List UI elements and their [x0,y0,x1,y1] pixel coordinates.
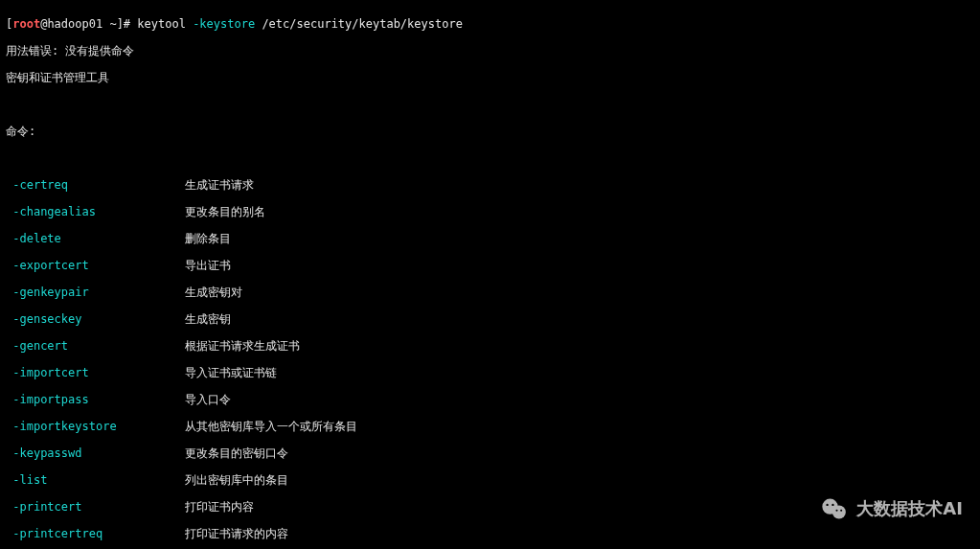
cmd-name: -gencert [12,339,185,353]
cmd-name: -changealias [12,205,185,218]
cmd-row: -genseckey生成密钥 [6,312,974,326]
prompt-user: root [12,17,40,31]
prompt-end: ]# [117,17,138,31]
cmd-name: -keypasswd [12,446,185,460]
cmd-name: -genseckey [12,312,185,326]
blank [6,98,974,111]
cmd-name: -genkeypair [12,286,185,299]
cmd-desc: 列出密钥库中的条目 [185,473,288,487]
prompt-cwd: ~ [109,17,116,31]
cmd-row: -delete删除条目 [6,232,974,245]
cmd-row: -genkeypair生成密钥对 [6,286,974,299]
cmd-desc: 删除条目 [185,232,231,245]
cmd-row: -gencert根据证书请求生成证书 [6,339,974,353]
cmd-desc: 根据证书请求生成证书 [185,339,300,353]
cmd-name: -importkeystore [12,420,185,433]
cmd-row: -certreq生成证书请求 [6,178,974,192]
tool-title: 密钥和证书管理工具 [6,71,974,84]
cmd-row: -importkeystore从其他密钥库导入一个或所有条目 [6,420,974,433]
cmd-name: -importpass [12,393,185,406]
cmd-row: -printcert打印证书内容 [6,500,974,514]
cmd-name: -printcert [12,500,185,514]
cmd-desc: 更改条目的别名 [185,205,265,218]
cmd-name: -list [12,473,185,487]
cmd-row: -exportcert导出证书 [6,259,974,272]
cmd-desc: 生成密钥 [185,312,231,326]
flag-keystore: -keystore [193,17,255,31]
cmd-name: -delete [12,232,185,245]
cmd-name: -exportcert [12,259,185,272]
cmd-desc: 打印证书请求的内容 [185,527,288,540]
cmd-row: -printcertreq打印证书请求的内容 [6,527,974,540]
cmd-name: -certreq [12,178,185,192]
usage-error: 用法错误: 没有提供命令 [6,44,974,57]
cmd-desc: 生成证书请求 [185,178,254,192]
cmd-row: -changealias更改条目的别名 [6,205,974,218]
cmd-desc: 导入证书或证书链 [185,366,277,379]
cmd-row: -importcert导入证书或证书链 [6,366,974,379]
cmd-desc: 导出证书 [185,259,231,272]
cmd-keytool: keytool [137,17,193,31]
cmd-desc: 从其他密钥库导入一个或所有条目 [185,420,357,433]
commands-header: 命令: [6,125,974,138]
cmd-name: -importcert [12,366,185,379]
prompt-line-1[interactable]: [root@hadoop01 ~]# keytool -keystore /et… [6,17,974,31]
arg-path: /etc/security/keytab/keystore [255,17,463,31]
prompt-host: hadoop01 [47,17,103,31]
terminal-output: [root@hadoop01 ~]# keytool -keystore /et… [0,0,980,549]
cmd-desc: 导入口令 [185,393,231,406]
cmd-desc: 打印证书内容 [185,500,254,514]
cmd-desc: 更改条目的密钥口令 [185,446,288,460]
cmd-row: -list列出密钥库中的条目 [6,473,974,487]
cmd-row: -importpass导入口令 [6,393,974,406]
cmd-name: -printcertreq [12,527,185,540]
blank [6,151,974,165]
cmd-desc: 生成密钥对 [185,286,242,299]
cmd-row: -keypasswd更改条目的密钥口令 [6,446,974,460]
